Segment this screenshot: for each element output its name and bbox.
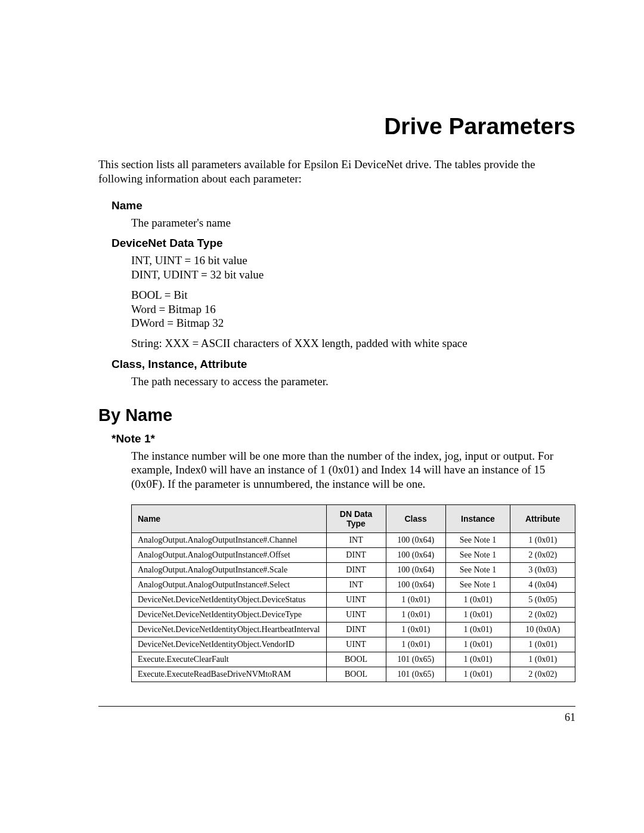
table-header-row: Name DN Data Type Class Instance Attribu… xyxy=(132,504,575,532)
cell-instance: 1 (0x01) xyxy=(445,607,510,622)
cell-class: 101 (0x65) xyxy=(386,652,445,667)
cell-type: UINT xyxy=(326,607,386,622)
table-row: DeviceNet.DeviceNetIdentityObject.Vendor… xyxy=(132,637,575,652)
cell-name: AnalogOutput.AnalogOutputInstance#.Chann… xyxy=(132,532,327,547)
section-datatype-body3: String: XXX = ASCII characters of XXX le… xyxy=(131,336,575,351)
section-name-heading: Name xyxy=(112,199,575,212)
cell-instance: 1 (0x01) xyxy=(445,652,510,667)
footer-rule xyxy=(98,706,575,707)
cell-type: BOOL xyxy=(326,667,386,682)
cell-attribute: 3 (0x03) xyxy=(510,562,575,577)
cell-type: DINT xyxy=(326,622,386,637)
datatype-line5: DWord = Bitmap 32 xyxy=(131,317,224,329)
cell-name: Execute.ExecuteClearFault xyxy=(132,652,327,667)
page-title: Drive Parameters xyxy=(98,113,575,140)
section-cia-heading: Class, Instance, Attribute xyxy=(112,358,575,371)
cell-attribute: 1 (0x01) xyxy=(510,532,575,547)
table-row: DeviceNet.DeviceNetIdentityObject.Heartb… xyxy=(132,622,575,637)
table-row: Execute.ExecuteReadBaseDriveNVMtoRAMBOOL… xyxy=(132,667,575,682)
cell-instance: See Note 1 xyxy=(445,562,510,577)
datatype-line3: BOOL = Bit xyxy=(131,289,187,301)
datatype-line2: DINT, UDINT = 32 bit value xyxy=(131,268,264,281)
parameters-table: Name DN Data Type Class Instance Attribu… xyxy=(131,504,575,682)
cell-type: DINT xyxy=(326,562,386,577)
th-type: DN Data Type xyxy=(326,504,386,532)
cell-name: AnalogOutput.AnalogOutputInstance#.Offse… xyxy=(132,547,327,562)
cell-instance: 1 (0x01) xyxy=(445,667,510,682)
table-row: DeviceNet.DeviceNetIdentityObject.Device… xyxy=(132,607,575,622)
table-row: AnalogOutput.AnalogOutputInstance#.Offse… xyxy=(132,547,575,562)
datatype-line4: Word = Bitmap 16 xyxy=(131,303,216,315)
cell-class: 100 (0x64) xyxy=(386,532,445,547)
cell-type: BOOL xyxy=(326,652,386,667)
cell-name: DeviceNet.DeviceNetIdentityObject.Device… xyxy=(132,592,327,607)
note1-heading: *Note 1* xyxy=(112,432,575,445)
table-row: AnalogOutput.AnalogOutputInstance#.Chann… xyxy=(132,532,575,547)
cell-name: DeviceNet.DeviceNetIdentityObject.Vendor… xyxy=(132,637,327,652)
cell-type: UINT xyxy=(326,592,386,607)
cell-attribute: 1 (0x01) xyxy=(510,637,575,652)
cell-attribute: 2 (0x02) xyxy=(510,607,575,622)
intro-paragraph: This section lists all parameters availa… xyxy=(98,157,575,186)
th-attribute: Attribute xyxy=(510,504,575,532)
cell-class: 101 (0x65) xyxy=(386,667,445,682)
table-row: Execute.ExecuteClearFaultBOOL101 (0x65)1… xyxy=(132,652,575,667)
cell-class: 1 (0x01) xyxy=(386,607,445,622)
section-name-body: The parameter's name xyxy=(131,216,575,230)
cell-class: 100 (0x64) xyxy=(386,577,445,592)
byname-heading: By Name xyxy=(98,405,575,425)
cell-type: UINT xyxy=(326,637,386,652)
cell-instance: See Note 1 xyxy=(445,547,510,562)
cell-attribute: 2 (0x02) xyxy=(510,547,575,562)
cell-class: 1 (0x01) xyxy=(386,637,445,652)
cell-attribute: 4 (0x04) xyxy=(510,577,575,592)
cell-type: INT xyxy=(326,532,386,547)
th-instance: Instance xyxy=(445,504,510,532)
cell-name: AnalogOutput.AnalogOutputInstance#.Scale xyxy=(132,562,327,577)
cell-name: Execute.ExecuteReadBaseDriveNVMtoRAM xyxy=(132,667,327,682)
table-row: DeviceNet.DeviceNetIdentityObject.Device… xyxy=(132,592,575,607)
th-class: Class xyxy=(386,504,445,532)
cell-attribute: 1 (0x01) xyxy=(510,652,575,667)
parameters-table-wrap: Name DN Data Type Class Instance Attribu… xyxy=(131,504,575,682)
cell-attribute: 2 (0x02) xyxy=(510,667,575,682)
cell-type: INT xyxy=(326,577,386,592)
section-datatype-body2: BOOL = Bit Word = Bitmap 16 DWord = Bitm… xyxy=(131,288,575,330)
section-datatype-body1: INT, UINT = 16 bit value DINT, UDINT = 3… xyxy=(131,253,575,282)
cell-instance: 1 (0x01) xyxy=(445,622,510,637)
cell-class: 100 (0x64) xyxy=(386,562,445,577)
th-name: Name xyxy=(132,504,327,532)
datatype-line1: INT, UINT = 16 bit value xyxy=(131,254,247,267)
cell-instance: 1 (0x01) xyxy=(445,592,510,607)
cell-name: DeviceNet.DeviceNetIdentityObject.Heartb… xyxy=(132,622,327,637)
section-datatype-heading: DeviceNet Data Type xyxy=(112,237,575,250)
note1-body: The instance number will be one more tha… xyxy=(131,449,575,491)
cell-type: DINT xyxy=(326,547,386,562)
cell-instance: See Note 1 xyxy=(445,532,510,547)
cell-name: DeviceNet.DeviceNetIdentityObject.Device… xyxy=(132,607,327,622)
cell-class: 1 (0x01) xyxy=(386,592,445,607)
cell-class: 1 (0x01) xyxy=(386,622,445,637)
table-row: AnalogOutput.AnalogOutputInstance#.Scale… xyxy=(132,562,575,577)
cell-instance: 1 (0x01) xyxy=(445,637,510,652)
cell-class: 100 (0x64) xyxy=(386,547,445,562)
cell-instance: See Note 1 xyxy=(445,577,510,592)
cell-attribute: 10 (0x0A) xyxy=(510,622,575,637)
cell-attribute: 5 (0x05) xyxy=(510,592,575,607)
cell-name: AnalogOutput.AnalogOutputInstance#.Selec… xyxy=(132,577,327,592)
table-row: AnalogOutput.AnalogOutputInstance#.Selec… xyxy=(132,577,575,592)
section-cia-body: The path necessary to access the paramet… xyxy=(131,374,575,389)
page-number: 61 xyxy=(98,711,575,724)
